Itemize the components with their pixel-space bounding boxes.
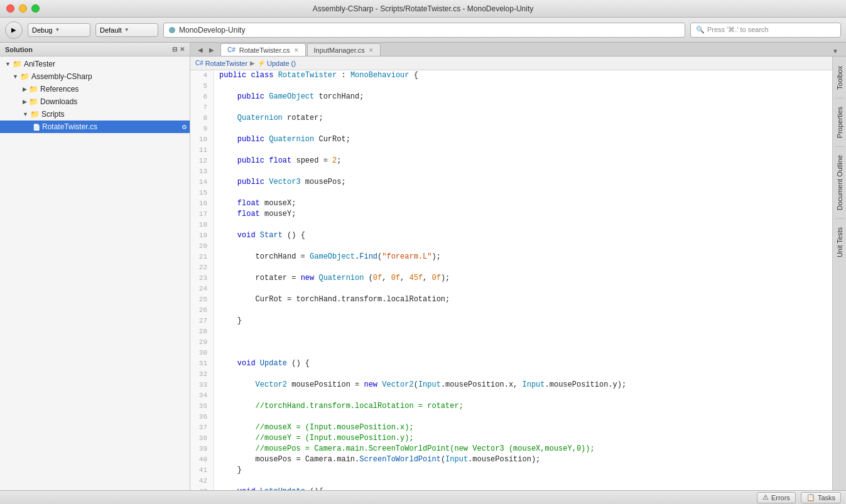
tab-bar: ◀ ▶ C# RotateTwister.cs ✕ InputManager.c… bbox=[190, 43, 846, 56]
code-line: float mouseX; bbox=[219, 198, 827, 209]
sidebar-close-button[interactable]: ✕ bbox=[180, 46, 185, 53]
line-number: 39 bbox=[190, 444, 210, 454]
sidebar-content: ▼ 📁 AniTester ▼ 📁 Assembly-CSharp ▶ 📁 Re… bbox=[0, 56, 190, 490]
line-number: 42 bbox=[190, 476, 210, 486]
code-line: Vector2 mousePosition = new Vector2(Inpu… bbox=[219, 380, 827, 390]
sidebar-item-label: Downloads bbox=[40, 97, 77, 106]
config-label: Debug bbox=[32, 26, 52, 34]
code-line: mousePos = Camera.main.ScreenToWorldPoin… bbox=[219, 454, 827, 465]
code-line bbox=[219, 262, 827, 273]
line-number: 7 bbox=[190, 102, 210, 113]
tab-close-button[interactable]: ✕ bbox=[369, 47, 374, 53]
code-line bbox=[219, 188, 827, 198]
maximize-button[interactable] bbox=[31, 4, 40, 13]
code-line bbox=[219, 124, 827, 134]
code-line: float mouseY; bbox=[219, 209, 827, 220]
tab-input-manager[interactable]: InputManager.cs ✕ bbox=[307, 43, 381, 56]
nav-back-button[interactable]: ◀ bbox=[195, 45, 205, 55]
line-number: 10 bbox=[190, 134, 210, 145]
line-number: 40 bbox=[190, 454, 210, 465]
address-text: MonoDevelop-Unity bbox=[179, 26, 245, 35]
code-line: public Vector3 mousePos; bbox=[219, 177, 827, 188]
window-controls[interactable] bbox=[6, 4, 40, 13]
toolbar: ▶ Debug ▼ Default ▼ MonoDevelop-Unity 🔍 … bbox=[0, 18, 846, 43]
runtime-dropdown[interactable]: Default ▼ bbox=[95, 23, 158, 37]
code-line: //mousePos = Camera.main.ScreenToWorldPo… bbox=[219, 444, 827, 454]
sidebar-item-scripts[interactable]: ▼ 📁 Scripts bbox=[0, 108, 190, 121]
right-tab-document-outline[interactable]: Document Outline bbox=[833, 149, 847, 216]
tasks-label: Tasks bbox=[818, 494, 835, 501]
search-placeholder: Press '⌘.' to search bbox=[707, 26, 769, 34]
line-number: 17 bbox=[190, 209, 210, 220]
sidebar-item-rotate-twister[interactable]: 📄 RotateTwister.cs ⚙ bbox=[0, 121, 190, 133]
breadcrumb-method-icon: ⚡ bbox=[258, 60, 265, 67]
code-line bbox=[219, 102, 827, 113]
code-line: } bbox=[219, 316, 827, 326]
sidebar-item-references[interactable]: ▶ 📁 References bbox=[0, 83, 190, 95]
code-view[interactable]: 4567891011121314151617181920212223242526… bbox=[190, 70, 832, 490]
line-number: 12 bbox=[190, 156, 210, 166]
line-number: 19 bbox=[190, 230, 210, 241]
line-number: 38 bbox=[190, 433, 210, 444]
line-number: 18 bbox=[190, 220, 210, 230]
line-number: 27 bbox=[190, 316, 210, 326]
nav-forward-button[interactable]: ▶ bbox=[207, 45, 217, 55]
code-line bbox=[219, 166, 827, 177]
breadcrumb-method[interactable]: ⚡ Update () bbox=[258, 60, 296, 67]
minimize-button[interactable] bbox=[19, 4, 27, 13]
tab-dropdown-button[interactable]: ▼ bbox=[830, 46, 841, 56]
search-box[interactable]: 🔍 Press '⌘.' to search bbox=[690, 23, 841, 38]
code-line bbox=[219, 390, 827, 401]
tab-close-button[interactable]: ✕ bbox=[294, 47, 299, 53]
code-line bbox=[219, 369, 827, 380]
line-number: 41 bbox=[190, 465, 210, 476]
line-number: 15 bbox=[190, 188, 210, 198]
run-button[interactable]: ▶ bbox=[5, 21, 23, 39]
line-number: 5 bbox=[190, 81, 210, 92]
line-number: 20 bbox=[190, 241, 210, 252]
code-line: } bbox=[219, 465, 827, 476]
line-number: 21 bbox=[190, 252, 210, 262]
breadcrumb-separator: ▶ bbox=[250, 60, 255, 67]
sidebar-item-downloads[interactable]: ▶ 📁 Downloads bbox=[0, 95, 190, 108]
line-number: 43 bbox=[190, 486, 210, 490]
code-line bbox=[219, 476, 827, 486]
folder-icon: 📁 bbox=[13, 60, 22, 68]
code-content[interactable]: public class RotateTwister : MonoBehavio… bbox=[214, 70, 832, 490]
tab-label: RotateTwister.cs bbox=[239, 46, 290, 54]
expand-arrow: ▶ bbox=[23, 99, 27, 105]
right-tab-toolbox[interactable]: Toolbox bbox=[833, 60, 847, 95]
code-line: //mouseX = (Input.mousePosition.x); bbox=[219, 422, 827, 433]
file-icon: 📄 bbox=[33, 124, 40, 131]
sidebar-item-anitester[interactable]: ▼ 📁 AniTester bbox=[0, 58, 190, 70]
line-number: 16 bbox=[190, 198, 210, 209]
config-dropdown[interactable]: Debug ▼ bbox=[28, 23, 90, 37]
code-line bbox=[219, 241, 827, 252]
nav-arrows: ◀ ▶ bbox=[195, 45, 217, 56]
tasks-button[interactable]: 📋 Tasks bbox=[801, 492, 841, 503]
sidebar-item-assembly[interactable]: ▼ 📁 Assembly-CSharp bbox=[0, 70, 190, 83]
breadcrumb-method-label: Update () bbox=[267, 60, 296, 67]
address-icon bbox=[169, 27, 175, 33]
line-number: 37 bbox=[190, 422, 210, 433]
line-number: 8 bbox=[190, 113, 210, 124]
main-layout: Solution ⊟ ✕ ▼ 📁 AniTester ▼ 📁 Assembly-… bbox=[0, 43, 846, 490]
sidebar: Solution ⊟ ✕ ▼ 📁 AniTester ▼ 📁 Assembly-… bbox=[0, 43, 190, 490]
right-tab-unit-tests[interactable]: Unit Tests bbox=[833, 222, 847, 263]
line-number: 24 bbox=[190, 284, 210, 294]
line-number: 9 bbox=[190, 124, 210, 134]
folder-icon: 📁 bbox=[30, 110, 40, 119]
close-button[interactable] bbox=[6, 4, 14, 13]
tab-rotate-twister[interactable]: C# RotateTwister.cs ✕ bbox=[220, 43, 306, 56]
sidebar-header: Solution ⊟ ✕ bbox=[0, 43, 190, 56]
file-action-icon[interactable]: ⚙ bbox=[182, 124, 187, 131]
address-bar[interactable]: MonoDevelop-Unity bbox=[163, 23, 685, 38]
tasks-icon: 📋 bbox=[806, 493, 815, 501]
errors-button[interactable]: ⚠ Errors bbox=[757, 492, 796, 503]
code-line: public float speed = 2; bbox=[219, 156, 827, 166]
right-tab-properties[interactable]: Properties bbox=[833, 101, 847, 144]
breadcrumb-class[interactable]: C# RotateTwister bbox=[195, 60, 247, 67]
sidebar-pin-button[interactable]: ⊟ bbox=[172, 46, 177, 53]
code-line: void Update () { bbox=[219, 358, 827, 369]
sidebar-header-buttons[interactable]: ⊟ ✕ bbox=[172, 46, 185, 53]
